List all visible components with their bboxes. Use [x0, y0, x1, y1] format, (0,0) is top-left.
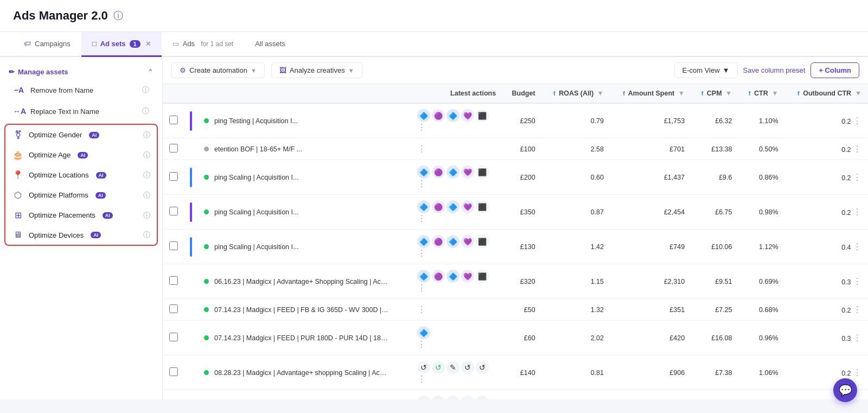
action-icon-1[interactable]: 🔷 [417, 200, 430, 213]
action-icon-5[interactable]: ↺ [476, 361, 489, 374]
cell-checkbox[interactable] [163, 160, 184, 195]
action-icon-1[interactable]: ↺ [417, 361, 430, 374]
action-icon-4[interactable]: ↺ [461, 396, 474, 399]
more-icon[interactable]: ⋮ [417, 214, 426, 223]
action-icon-5[interactable]: ⬛ [476, 270, 489, 283]
action-icon-5[interactable]: ⬛ [476, 200, 489, 213]
replace-text-info-icon[interactable]: ⓘ [142, 106, 149, 116]
menu-item-replace-text-name[interactable]: ↔A Replace Text in Name ⓘ [4, 101, 158, 122]
col-roas[interactable]: f ROAS (All) ▼ [542, 84, 610, 103]
row-checkbox[interactable] [169, 172, 178, 181]
col-budget[interactable]: Budget [502, 84, 541, 103]
remove-from-name-info-icon[interactable]: ⓘ [142, 85, 149, 95]
action-icon-3[interactable]: ✎ [446, 396, 459, 399]
action-icon-1[interactable]: 🔷 [417, 166, 430, 179]
optimize-age-info-icon[interactable]: ⓘ [143, 150, 150, 160]
row-more-icon[interactable]: ⋮ [853, 333, 861, 342]
action-icon-2[interactable]: 🟣 [432, 109, 445, 122]
action-icon-3[interactable]: 🔷 [446, 270, 459, 283]
more-icon[interactable]: ⋮ [417, 179, 426, 188]
action-icon-3[interactable]: 🔷 [446, 166, 459, 179]
action-icon-4[interactable]: 💜 [461, 270, 474, 283]
row-more-icon[interactable]: ⋮ [853, 116, 861, 125]
action-icon-1[interactable]: 🔷 [417, 235, 430, 248]
more-icon[interactable]: ⋮ [417, 305, 426, 314]
optimize-gender-item[interactable]: ⚧ Optimize Gender AI ⓘ [5, 125, 157, 145]
cell-checkbox[interactable] [163, 103, 184, 138]
more-icon[interactable]: ⋮ [417, 340, 426, 349]
row-checkbox[interactable] [169, 242, 178, 250]
ecom-view-button[interactable]: E-com View ▼ [674, 62, 738, 78]
help-icon[interactable]: ⓘ [113, 9, 123, 22]
cell-checkbox[interactable] [163, 390, 184, 400]
chat-button[interactable]: 💬 [833, 378, 857, 399]
more-icon[interactable]: ⋮ [417, 283, 426, 293]
col-cpm[interactable]: f CPM ▼ [691, 84, 738, 103]
tab-adsets[interactable]: □ Ad sets 1 ✕ [81, 32, 162, 57]
more-icon[interactable]: ⋮ [417, 249, 426, 258]
action-icon-4[interactable]: ↺ [461, 361, 474, 374]
action-icon-1[interactable]: 🔷 [417, 109, 430, 122]
cell-checkbox[interactable] [163, 195, 184, 230]
action-icon-2[interactable]: 🟣 [432, 166, 445, 179]
optimize-gender-info-icon[interactable]: ⓘ [143, 130, 150, 140]
action-icon-1[interactable]: 🔷 [417, 270, 430, 283]
action-icon-5[interactable]: ⬛ [476, 166, 489, 179]
row-more-icon[interactable]: ⋮ [853, 173, 861, 182]
row-more-icon[interactable]: ⋮ [853, 242, 861, 251]
col-amount-spent[interactable]: f Amount Spent ▼ [610, 84, 691, 103]
optimize-devices-info-icon[interactable]: ⓘ [143, 230, 150, 240]
panel-chevron-icon[interactable]: ⌃ [148, 68, 154, 76]
action-icon-4[interactable]: 💜 [461, 200, 474, 213]
action-icon-5[interactable]: ⬛ [476, 235, 489, 248]
action-icon-5[interactable]: ↺ [476, 396, 489, 399]
optimize-placements-info-icon[interactable]: ⓘ [143, 211, 150, 220]
action-icon-1[interactable]: ↺ [417, 396, 430, 399]
row-checkbox[interactable] [169, 207, 178, 215]
tab-campaigns[interactable]: 🏷 Campaigns [13, 32, 81, 57]
action-icon-3[interactable]: 🔷 [446, 200, 459, 213]
row-checkbox[interactable] [169, 333, 178, 341]
optimize-devices-item[interactable]: 🖥 Optimize Devices AI ⓘ [5, 225, 157, 245]
cell-checkbox[interactable] [163, 355, 184, 390]
menu-item-remove-from-name[interactable]: −A Remove from Name ⓘ [4, 80, 158, 100]
action-icon-2[interactable]: ↺ [432, 361, 445, 374]
row-checkbox[interactable] [169, 304, 178, 313]
cell-checkbox[interactable] [163, 138, 184, 160]
row-more-icon[interactable]: ⋮ [853, 305, 861, 314]
adsets-close-icon[interactable]: ✕ [145, 40, 151, 48]
action-icon-4[interactable]: 💜 [461, 109, 474, 122]
create-automation-button[interactable]: ⚙ Create automation ▼ [171, 62, 265, 78]
optimize-locations-item[interactable]: 📍 Optimize Locations AI ⓘ [5, 165, 157, 185]
action-icon-2[interactable]: 🟣 [432, 270, 445, 283]
col-actions[interactable]: Latest actions [411, 84, 502, 103]
add-column-button[interactable]: + Column [810, 62, 859, 78]
optimize-placements-item[interactable]: ⊞ Optimize Placements AI ⓘ [5, 205, 157, 225]
row-more-icon[interactable]: ⋮ [853, 144, 861, 154]
row-more-icon[interactable]: ⋮ [853, 368, 861, 377]
col-outbound-ctr[interactable]: f Outbound CTR ▼ [785, 84, 868, 103]
cell-checkbox[interactable] [163, 299, 184, 321]
more-icon[interactable]: ⋮ [417, 144, 426, 154]
optimize-platforms-item[interactable]: ⬡ Optimize Platforms AI ⓘ [5, 185, 157, 205]
tab-allassets[interactable]: All assets [244, 32, 296, 57]
action-icon-3[interactable]: ✎ [446, 361, 459, 374]
action-icon-4[interactable]: 💜 [461, 235, 474, 248]
optimize-locations-info-icon[interactable]: ⓘ [143, 170, 150, 180]
optimize-platforms-info-icon[interactable]: ⓘ [143, 190, 150, 200]
more-icon[interactable]: ⋮ [417, 374, 426, 384]
row-checkbox[interactable] [169, 144, 178, 153]
action-icon-2[interactable]: 🟣 [432, 200, 445, 213]
cell-checkbox[interactable] [163, 321, 184, 355]
action-icon-3[interactable]: 🔷 [446, 235, 459, 248]
row-checkbox[interactable] [169, 367, 178, 376]
row-more-icon[interactable]: ⋮ [853, 277, 861, 286]
action-icon-4[interactable]: 💜 [461, 166, 474, 179]
analyze-creatives-button[interactable]: 🖼 Analyze creatives ▼ [271, 62, 362, 78]
tab-ads[interactable]: ▭ Ads for 1 ad set [162, 32, 244, 57]
row-more-icon[interactable]: ⋮ [853, 207, 861, 217]
col-ctr[interactable]: f CTR ▼ [738, 84, 784, 103]
action-icon-2[interactable]: 🟣 [432, 235, 445, 248]
row-checkbox[interactable] [169, 276, 178, 285]
more-icon[interactable]: ⋮ [417, 123, 426, 132]
